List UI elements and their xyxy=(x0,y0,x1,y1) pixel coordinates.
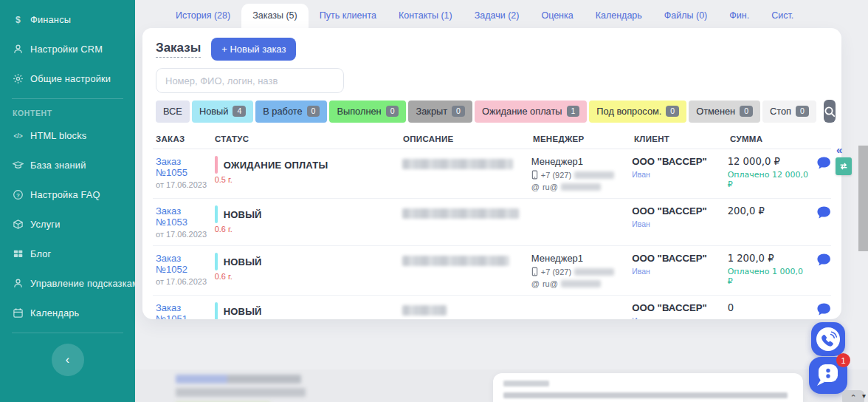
tab[interactable]: Путь клиента xyxy=(309,4,388,28)
client-name[interactable]: ООО "ВАССЕР" xyxy=(632,253,727,264)
status-filter-count-badge: 0 xyxy=(666,106,679,117)
tab-bar: История (28) Заказы (5) Путь клиента Кон… xyxy=(135,0,868,28)
column-header-amount: СУММА xyxy=(730,134,813,143)
status-filter-count-badge: 1 xyxy=(567,106,580,117)
manager-cell: Менеджер1 +7 (927) @ ru@ xyxy=(531,156,632,191)
tab-label: Календарь xyxy=(596,10,642,21)
client-contact[interactable]: Иван xyxy=(632,316,727,319)
sidebar-item[interactable]: Настройки CRM xyxy=(0,34,135,64)
sidebar-item[interactable]: Управление подсказками xyxy=(0,268,135,298)
status-filter-button[interactable]: Выполнен 0 xyxy=(329,100,406,123)
client-contact[interactable]: Иван xyxy=(632,219,727,228)
status-filter-label: Выполнен xyxy=(337,106,381,117)
tab[interactable]: Фин. xyxy=(718,4,760,28)
tab[interactable]: Контакты (1) xyxy=(388,4,464,28)
order-amount: 0 xyxy=(728,302,810,313)
sidebar-item-icon xyxy=(13,219,24,230)
client-name[interactable]: ООО "ВАССЕР" xyxy=(632,156,727,167)
order-number-link[interactable]: Заказ №1051 xyxy=(156,302,215,319)
tab-label: Фин. xyxy=(729,10,749,21)
sync-widget-button[interactable] xyxy=(836,157,852,175)
panel-collapse-chevrons[interactable]: « xyxy=(836,143,842,156)
status-filter-button[interactable]: Ожидание оплаты 1 xyxy=(475,100,587,123)
page-title[interactable]: Заказы xyxy=(156,41,201,58)
order-number-link[interactable]: Заказ №1055 xyxy=(156,156,215,178)
new-order-button[interactable]: + Новый заказ xyxy=(211,38,296,61)
sidebar-item-label: База знаний xyxy=(30,160,86,171)
sidebar-collapse-button[interactable]: ‹ xyxy=(52,344,84,376)
status-filter-button[interactable]: ВСЕ xyxy=(156,100,190,123)
blurred-card xyxy=(493,373,803,402)
status-filter-button[interactable]: Новый 4 xyxy=(192,100,253,123)
sidebar-item-icon xyxy=(13,160,24,171)
chat-bubble-icon[interactable] xyxy=(816,156,831,170)
status-color-bar xyxy=(215,253,218,270)
sidebar-item[interactable]: Финансы xyxy=(0,4,135,34)
status-filter-button[interactable]: Отменен 0 xyxy=(689,100,760,123)
client-contact[interactable]: Иван xyxy=(632,170,727,179)
tab[interactable]: Сист. xyxy=(760,4,805,28)
manager-phone: +7 (927) xyxy=(541,268,571,276)
status-filter-label: Отменен xyxy=(696,106,735,117)
at-icon: @ xyxy=(531,183,540,191)
status-filter-count-badge: 0 xyxy=(307,106,320,117)
tab-label: Заказы (5) xyxy=(252,10,297,21)
tab[interactable]: Оценка xyxy=(530,4,584,28)
sidebar-item[interactable]: База знаний xyxy=(0,150,135,180)
chat-bot-button[interactable]: 1 xyxy=(809,357,847,394)
manager-phone: +7 (927) xyxy=(541,171,571,180)
status-filter-count-badge: 0 xyxy=(452,106,465,117)
sidebar-nav: Финансы Настройки CRM Общие настройки КО… xyxy=(0,0,135,376)
order-amount: 12 000,0 ₽ xyxy=(728,156,810,167)
status-label: ОЖИДАНИЕ ОПЛАТЫ xyxy=(224,160,328,171)
sidebar-item[interactable]: Услуги xyxy=(0,209,135,239)
client-name[interactable]: ООО "ВАССЕР" xyxy=(632,302,727,313)
apply-search-button[interactable] xyxy=(824,100,836,123)
tab[interactable]: Календарь xyxy=(585,4,653,28)
tab[interactable]: История (28) xyxy=(165,4,241,28)
tab[interactable]: Заказы (5) xyxy=(241,4,309,28)
paid-amount: Оплачено 12 000,0 ₽ xyxy=(728,170,810,189)
tab[interactable]: Задачи (2) xyxy=(464,4,531,28)
notification-badge: 1 xyxy=(836,353,850,367)
chevron-left-icon: ‹ xyxy=(66,353,69,367)
call-widget-button[interactable] xyxy=(811,322,845,356)
chat-bubble-icon[interactable] xyxy=(816,253,831,267)
vertical-scrollbar[interactable] xyxy=(858,146,868,251)
client-name[interactable]: ООО "ВАССЕР" xyxy=(632,205,727,217)
corner-caret-icon[interactable]: ▾ xyxy=(862,392,866,400)
status-filter-label: Ожидание оплаты xyxy=(482,106,562,117)
sidebar-item[interactable]: Общие настройки xyxy=(0,64,135,93)
sidebar-item-label: Настройка FAQ xyxy=(30,189,100,200)
order-number-link[interactable]: Заказ №1053 xyxy=(156,205,215,228)
status-filter-label: В работе xyxy=(263,106,302,117)
status-filter-button[interactable]: Стоп 0 xyxy=(762,100,816,123)
sidebar-divider xyxy=(12,333,123,333)
sidebar-item[interactable]: HTML blocks xyxy=(0,120,135,150)
sidebar-item[interactable]: Блог xyxy=(0,239,135,268)
sidebar-item[interactable]: Календарь xyxy=(0,298,135,327)
chat-bubble-icon[interactable] xyxy=(816,302,831,316)
sidebar-item-label: Управление подсказками xyxy=(30,278,135,289)
sidebar-item-icon xyxy=(13,130,24,141)
orders-search-input[interactable] xyxy=(156,68,344,93)
swap-arrows-icon xyxy=(838,161,849,171)
tab[interactable]: Файлы (0) xyxy=(653,4,718,28)
orders-table-body: Заказ №1055 от 17.06.2023 ОЖИДАНИЕ ОПЛАТ… xyxy=(153,149,831,319)
chat-bubble-icon[interactable] xyxy=(816,205,831,219)
status-filter-row: ВСЕ Новый 4 В работе 0 Выполнен 0 xyxy=(156,100,831,123)
status-filter-button[interactable]: Закрыт 0 xyxy=(408,100,472,123)
sidebar-item-label: Услуги xyxy=(30,219,61,230)
order-row: Заказ №1053 от 17.06.2023 НОВЫЙ 0.6 г. xyxy=(153,199,831,246)
manager-email: ru@ xyxy=(542,279,558,288)
status-filter-button[interactable]: В работе 0 xyxy=(255,100,327,123)
status-age: 0.6 г. xyxy=(215,225,402,234)
sidebar-item-icon xyxy=(13,189,24,200)
order-date: от 17.06.2023 xyxy=(156,180,215,189)
sidebar-item[interactable]: Настройка FAQ xyxy=(0,180,135,209)
order-number-link[interactable]: Заказ №1052 xyxy=(156,253,215,275)
status-color-bar xyxy=(215,302,218,319)
status-filter-button[interactable]: Под вопросом. 0 xyxy=(589,100,686,123)
client-contact[interactable]: Иван xyxy=(632,267,727,276)
scroll-to-top-button[interactable]: ⌃ xyxy=(842,390,864,402)
